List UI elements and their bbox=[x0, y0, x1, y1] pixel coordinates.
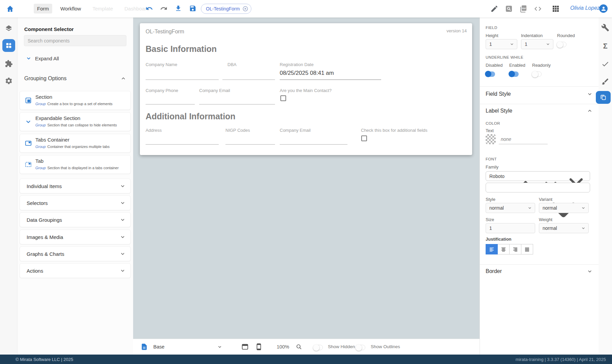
indentation-select[interactable]: 1 bbox=[521, 39, 553, 49]
underline-disabled-toggle[interactable] bbox=[486, 71, 495, 77]
tab-workflow[interactable]: Workflow bbox=[57, 4, 84, 13]
indentation-value: 1 bbox=[525, 41, 527, 47]
close-icon[interactable] bbox=[242, 6, 248, 12]
footer: © Mirata Software LLC | 2025 mirata-trai… bbox=[0, 355, 612, 364]
undo-icon[interactable] bbox=[146, 5, 153, 12]
color-swatch[interactable] bbox=[486, 134, 496, 144]
base-view-select[interactable]: Base bbox=[153, 342, 222, 352]
underline-enabled-toggle[interactable] bbox=[509, 71, 519, 77]
puzzle-icon[interactable] bbox=[5, 60, 13, 68]
brush-icon[interactable] bbox=[601, 78, 609, 86]
size-input[interactable]: 1 bbox=[486, 223, 535, 233]
category-selectors[interactable]: Selectors bbox=[20, 195, 131, 210]
save-icon[interactable] bbox=[189, 5, 196, 12]
component-item-title: Section bbox=[35, 94, 52, 100]
justify-left-button[interactable] bbox=[486, 244, 498, 254]
chevron-down-icon bbox=[510, 42, 514, 47]
field-style-section[interactable]: Field Style bbox=[486, 91, 593, 97]
code-icon[interactable] bbox=[534, 5, 542, 13]
category-actions[interactable]: Actions bbox=[20, 263, 131, 278]
layers-icon[interactable] bbox=[5, 24, 13, 32]
field-label-company-email: Company Email bbox=[199, 88, 230, 93]
component-item-tab[interactable]: Tab GroupSection that is displayed in a … bbox=[20, 155, 131, 174]
properties-panel: FIELD Height 1 Indentation 1 Rounded UND… bbox=[480, 18, 599, 355]
input-underline-company-name[interactable] bbox=[146, 80, 219, 80]
input-underline-company-email[interactable] bbox=[199, 104, 275, 104]
avatar[interactable] bbox=[599, 4, 608, 13]
apps-grid-icon[interactable] bbox=[552, 5, 560, 13]
input-underline-company-phone[interactable] bbox=[146, 104, 195, 104]
grouping-options-header[interactable]: Grouping Options bbox=[24, 75, 126, 82]
weight-select[interactable]: normal bbox=[539, 223, 589, 233]
wrench-icon[interactable] bbox=[601, 24, 609, 32]
field-label-additional-checkbox: Check this box for additional fields bbox=[361, 128, 427, 133]
main-contact-checkbox[interactable] bbox=[280, 95, 286, 101]
component-item-section[interactable]: Section GroupCreate a box to group a set… bbox=[20, 91, 131, 110]
tab-form[interactable]: Form bbox=[34, 4, 52, 13]
label-style-label: Label Style bbox=[486, 108, 512, 114]
category-graphs-charts[interactable]: Graphs & Charts bbox=[20, 246, 131, 261]
color-section-header: COLOR bbox=[486, 121, 500, 125]
text-color-label: Text bbox=[486, 128, 494, 133]
variant-select[interactable]: normal bbox=[539, 203, 589, 213]
zoom-level: 100% bbox=[277, 344, 289, 350]
component-item-tabs-container[interactable]: Tabs Container GroupContainer that organ… bbox=[20, 134, 131, 153]
registration-date-value[interactable]: 08/25/2025 08:41 am bbox=[280, 70, 334, 77]
enabled-label: Enabled bbox=[509, 63, 525, 68]
font-secondary-select[interactable] bbox=[486, 183, 590, 192]
input-underline-nigp-codes[interactable] bbox=[225, 144, 275, 145]
weight-label: Weight bbox=[539, 217, 552, 222]
redo-icon[interactable] bbox=[160, 5, 167, 12]
chevron-down-icon[interactable] bbox=[540, 185, 587, 190]
rounded-toggle[interactable] bbox=[557, 42, 567, 47]
show-outlines-toggle[interactable] bbox=[356, 345, 365, 350]
variant-value: normal bbox=[543, 205, 557, 211]
home-button[interactable] bbox=[6, 5, 14, 13]
category-images-media[interactable]: Images & Media bbox=[20, 230, 131, 244]
components-icon[interactable] bbox=[2, 39, 15, 52]
expand-all-button[interactable]: Expand All bbox=[26, 55, 59, 61]
input-underline-address[interactable] bbox=[146, 144, 219, 145]
form-chip[interactable]: OL-TestingForm bbox=[201, 4, 251, 14]
height-select[interactable]: 1 bbox=[486, 39, 517, 49]
settings-gear-icon[interactable] bbox=[5, 77, 13, 85]
desktop-view-icon[interactable] bbox=[241, 343, 249, 351]
search-input[interactable] bbox=[24, 35, 126, 46]
chevron-up-icon[interactable] bbox=[515, 174, 537, 179]
justify-full-button[interactable] bbox=[521, 244, 533, 254]
preview-search-icon[interactable] bbox=[505, 5, 513, 13]
edit-pencil-icon[interactable] bbox=[490, 5, 498, 13]
user-name[interactable]: Olivia Lopez bbox=[570, 5, 600, 11]
sigma-icon[interactable]: Σ bbox=[601, 42, 609, 50]
additional-fields-checkbox[interactable] bbox=[361, 135, 367, 141]
justify-right-button[interactable] bbox=[509, 244, 521, 254]
label-style-section[interactable]: Label Style bbox=[486, 108, 593, 114]
download-icon[interactable] bbox=[175, 5, 182, 12]
input-underline-company-email-2[interactable] bbox=[280, 144, 347, 145]
component-item-expandable-section[interactable]: Expandable Section GroupSection that can… bbox=[20, 112, 131, 131]
input-underline-dba[interactable] bbox=[222, 80, 275, 80]
clear-icon[interactable] bbox=[565, 174, 587, 179]
border-section[interactable]: Border bbox=[486, 268, 593, 274]
component-selector-panel: Component Selector Expand All Grouping O… bbox=[18, 18, 133, 355]
category-data-groupings[interactable]: Data Groupings bbox=[20, 212, 131, 227]
justify-center-button[interactable] bbox=[497, 244, 510, 254]
check-icon[interactable] bbox=[601, 60, 609, 68]
chevron-down-icon bbox=[120, 183, 126, 189]
chevron-down-icon[interactable] bbox=[540, 174, 562, 179]
zoom-magnifier-icon[interactable] bbox=[296, 343, 302, 350]
style-select[interactable]: normal bbox=[486, 203, 535, 213]
underline-readonly-toggle[interactable] bbox=[532, 71, 542, 77]
mobile-view-icon[interactable] bbox=[255, 343, 263, 351]
chevron-down-icon bbox=[527, 206, 532, 210]
pdf-icon[interactable]: PDF bbox=[519, 5, 527, 13]
text-color-input[interactable]: none bbox=[499, 135, 548, 144]
font-family-combobox[interactable]: Roboto bbox=[486, 171, 590, 181]
input-underline-registration-date[interactable] bbox=[280, 80, 381, 80]
category-individual-items[interactable]: Individual Items bbox=[20, 179, 131, 193]
style-value: normal bbox=[489, 205, 504, 211]
field-label-registration-date: Registration Date bbox=[280, 62, 313, 67]
show-hidden-toggle[interactable] bbox=[313, 345, 323, 350]
justification-group bbox=[486, 244, 533, 254]
copy-style-icon[interactable] bbox=[596, 91, 611, 104]
